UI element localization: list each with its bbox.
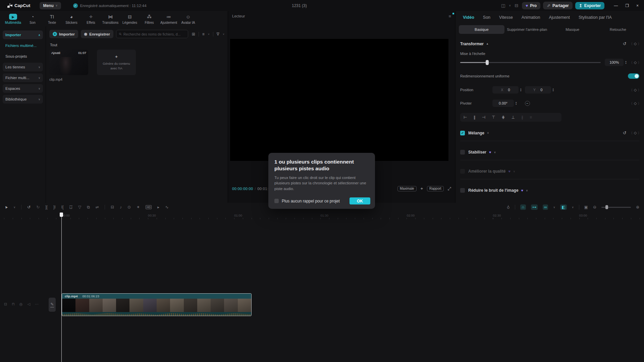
blend-checkbox[interactable]: ✓ [460, 131, 465, 135]
tab-audio[interactable]: Son [483, 15, 490, 20]
position-y-input[interactable]: Y 0 [525, 86, 551, 94]
player-menu-icon[interactable]: ≡ [448, 14, 451, 19]
sidebar-item-fichier-multi[interactable]: Fichier multi... ∨ [3, 73, 43, 82]
more-options-icon[interactable]: ⋯ [35, 302, 39, 306]
sidebar-item-fichiers-multimedia[interactable]: Fichiers multimé... [3, 41, 43, 50]
panel-layout-icon[interactable]: ⊟ [514, 2, 519, 9]
sidebar-item-les-tiennes[interactable]: Les tiennes ∨ [3, 63, 43, 71]
step-down-icon[interactable]: ▾ [516, 103, 517, 105]
filter-icon[interactable]: ∇ [217, 32, 219, 37]
subtab-retouch[interactable]: Retouche [595, 25, 641, 34]
rotate-dial[interactable]: – [525, 101, 530, 106]
split-right-icon[interactable]: Ⅰ[ [61, 205, 64, 209]
microphone-icon[interactable]: ⚲ [507, 205, 510, 209]
tab-video[interactable]: Vidéo [463, 15, 474, 20]
tab-ai-styling[interactable]: Stylisation par l'IA [579, 15, 612, 20]
step-down-icon[interactable]: ▾ [625, 62, 627, 64]
timeline-zoom-slider[interactable] [601, 207, 631, 208]
step-down-icon[interactable]: ▾ [520, 90, 522, 92]
nav-adjustment[interactable]: ≔ Ajustement [160, 13, 177, 26]
import-button[interactable]: + Importer [49, 30, 78, 38]
cover-icon[interactable]: ⊡ [4, 302, 7, 306]
magnet-snap-icon[interactable]: ∩ [520, 204, 526, 210]
screen-record-icon[interactable]: ▣ [584, 205, 588, 209]
split-icon[interactable]: ][ [45, 205, 48, 209]
nav-captions[interactable]: ⊟ Légendes [121, 13, 138, 26]
scale-value[interactable]: 100% [605, 59, 624, 66]
align-top-icon[interactable]: ⊤ [492, 115, 495, 120]
split-left-icon[interactable]: ]Ⅰ [53, 205, 56, 209]
sort-icon[interactable]: ≡ [202, 32, 205, 37]
remove-captions-icon[interactable]: ⊟ [111, 205, 114, 209]
portrait-ai-icon[interactable]: ⊙ [127, 205, 131, 209]
edit-track-button[interactable]: ✎ [49, 298, 56, 312]
keyframe-prev-icon[interactable]: ⟨ [631, 131, 633, 135]
link-chevron-icon[interactable]: ∨ [553, 206, 555, 209]
keyframe-diamond-icon[interactable]: ◇ [634, 131, 637, 135]
cursor-chevron-icon[interactable]: ∨ [13, 206, 15, 209]
focus-icon[interactable]: ⌖ [421, 186, 423, 191]
crop-icon[interactable]: ⧉ [87, 205, 90, 209]
chevron-down-icon[interactable]: ∨ [526, 189, 528, 192]
sidebar-item-bibliotheque[interactable]: Bibliothèque ∨ [3, 95, 43, 104]
keyframe-next-icon[interactable]: ⟩ [638, 102, 639, 105]
audio-levels-icon[interactable]: ∿ [165, 205, 168, 209]
keyframe-diamond-icon[interactable]: ◇ [634, 60, 637, 65]
keyframe-next-icon[interactable]: ⟩ [638, 61, 639, 64]
hd-quality-icon[interactable]: HD [146, 205, 152, 209]
preview-chevron-icon[interactable]: ∨ [572, 206, 574, 209]
fullscreen-icon[interactable]: ⤢ [448, 186, 451, 191]
fit-button[interactable]: Maximale [397, 186, 417, 191]
timeline-ruler[interactable]: 00:00 00:30 01:00 01:30 02:00 02:30 03:0… [0, 213, 644, 219]
reset-icon[interactable]: ↺ [623, 41, 627, 46]
layout-icon[interactable]: ◫ [500, 2, 506, 9]
nav-transitions[interactable]: ⋈ Transitions [102, 13, 119, 26]
keyframe-prev-icon[interactable]: ⟨ [631, 42, 633, 46]
position-x-stepper[interactable]: ▴ ▾ [520, 88, 522, 92]
sidebar-item-importer[interactable]: Importer ∧ [3, 31, 43, 39]
reset-icon[interactable]: ↺ [623, 130, 627, 135]
visibility-icon[interactable]: ◎ [19, 302, 23, 306]
media-clip-card[interactable]: Ajouté 01:07 clip.mp4 [49, 50, 88, 81]
link-clips-icon[interactable]: ∞ [543, 204, 548, 210]
layout-chevron-icon[interactable]: ∨ [509, 4, 511, 7]
audio-enhance-icon[interactable]: ♪ [120, 205, 122, 209]
export-button[interactable]: ↥ Exporter [575, 2, 604, 9]
pro-badge[interactable]: ♥ Pro [522, 2, 540, 9]
sidebar-item-espaces[interactable]: Espaces ∨ [3, 84, 43, 93]
keyframe-prev-icon[interactable]: ⟨ [631, 102, 633, 105]
search-input[interactable] [123, 32, 185, 36]
mask-icon[interactable]: ▽ [78, 205, 81, 209]
align-center-horizontal-icon[interactable]: ∥ [473, 115, 475, 120]
subtab-basic[interactable]: Basique [459, 25, 504, 34]
magic-wand-icon[interactable]: ✶ [137, 205, 140, 209]
no-reminder-checkbox[interactable] [274, 199, 279, 203]
zoom-out-icon[interactable]: ⊖ [593, 205, 596, 209]
nav-filters[interactable]: ⁂ Filtres [141, 13, 158, 26]
zoom-slider-handle[interactable] [605, 205, 608, 209]
redo-icon[interactable]: ↻ [36, 205, 40, 209]
nav-stickers[interactable]: ◕ Stickers [63, 13, 80, 26]
chevron-down-icon[interactable]: ∨ [487, 131, 489, 134]
stabilize-checkbox[interactable] [460, 150, 465, 155]
sort-chevron-icon[interactable]: ∨ [208, 33, 210, 36]
step-down-icon[interactable]: ▾ [553, 90, 554, 92]
scale-stepper[interactable]: ▴ ▾ [625, 60, 627, 64]
ai-generate-card[interactable]: ✦ Génère du contenu avec l'IA [97, 50, 136, 75]
close-button[interactable]: × [636, 3, 639, 8]
nav-audio[interactable]: ◔ Son [24, 13, 41, 26]
sidebar-item-sous-projets[interactable]: Sous-projets [3, 52, 43, 61]
keyframe-next-icon[interactable]: ⟩ [638, 42, 639, 46]
align-right-icon[interactable]: ⊣ [482, 115, 485, 120]
undo-icon[interactable]: ↺ [27, 205, 31, 209]
scale-slider-handle[interactable] [486, 60, 489, 65]
position-x-input[interactable]: X 0 [492, 86, 519, 94]
nav-text[interactable]: TI Texte [44, 13, 60, 26]
keyframe-diamond-icon[interactable]: ◇ [634, 88, 637, 92]
timeline-clip[interactable]: clip.mp4 00:01:06:23 [62, 293, 252, 316]
preview-snap-icon[interactable]: ◧ [560, 204, 567, 210]
keyframe-next-icon[interactable]: ⟩ [638, 131, 639, 135]
video-ai-icon[interactable]: ▸ [157, 205, 159, 209]
lock-icon[interactable]: ⊓ [12, 302, 15, 306]
mirror-icon[interactable]: ⇌ [96, 205, 99, 209]
